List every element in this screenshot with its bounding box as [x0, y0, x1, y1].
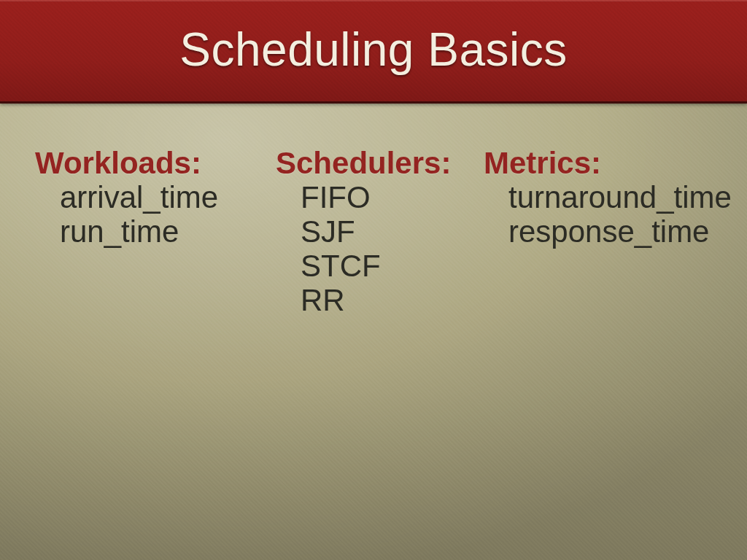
slide-title: Scheduling Basics: [179, 23, 567, 77]
list-item: STCF: [276, 249, 484, 283]
list-item: SJF: [276, 214, 484, 249]
list-item: arrival_time: [35, 180, 276, 214]
slide: Scheduling Basics Workloads: arrival_tim…: [0, 0, 747, 560]
column-workloads: Workloads: arrival_time run_time: [35, 146, 276, 317]
heading-metrics: Metrics:: [484, 146, 732, 180]
title-bar: Scheduling Basics: [0, 0, 747, 104]
list-item: turnaround_time: [484, 180, 732, 214]
list-item: response_time: [484, 214, 732, 249]
column-schedulers: Schedulers: FIFO SJF STCF RR: [276, 146, 484, 317]
heading-workloads: Workloads:: [35, 146, 276, 180]
heading-schedulers: Schedulers:: [276, 146, 484, 180]
slide-body: Workloads: arrival_time run_time Schedul…: [35, 146, 732, 317]
list-item: RR: [276, 283, 484, 317]
list-item: FIFO: [276, 180, 484, 214]
list-item: run_time: [35, 214, 276, 249]
column-metrics: Metrics: turnaround_time response_time: [484, 146, 732, 317]
